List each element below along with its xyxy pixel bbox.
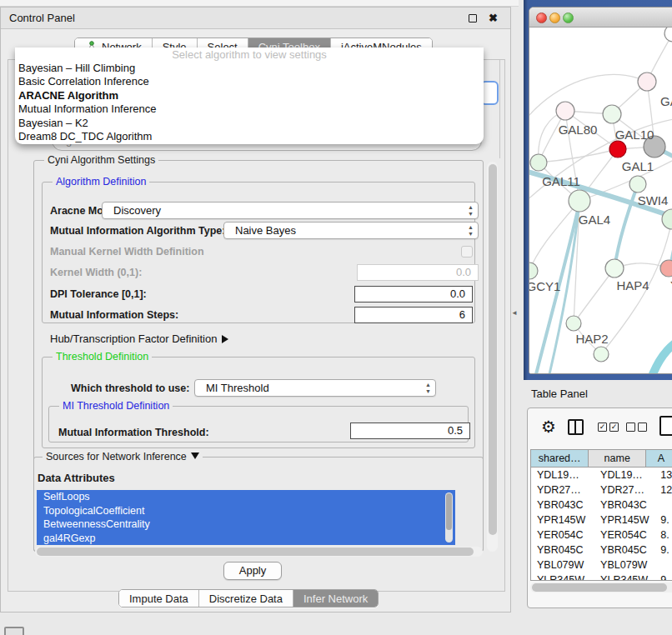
mi-algorithm-type-label: Mutual Information Algorithm Type:: [50, 225, 225, 237]
algorithm-option-bayesian-hill-climbing[interactable]: Bayesian – Hill Climbing: [18, 62, 135, 74]
kernel-width-label: Kernel Width (0,1):: [50, 267, 142, 278]
algorithm-option-mutual-information[interactable]: Mutual Information Inference: [18, 102, 156, 115]
dpi-tolerance-field[interactable]: 0.0: [354, 286, 473, 302]
which-threshold-combobox[interactable]: MI Threshold ▲▼: [194, 379, 436, 397]
tab-discretize-data[interactable]: Discretize Data: [199, 590, 293, 607]
tab-infer-network[interactable]: Infer Network: [293, 590, 378, 607]
table-row[interactable]: YLR345WYLR345W9.: [531, 572, 672, 581]
algorithm-dropdown-popup: Select algorithm to view settings Bayesi…: [15, 48, 484, 144]
minimized-panel-icon[interactable]: [4, 627, 24, 635]
mi-steps-field[interactable]: 6: [354, 307, 473, 323]
node-label-gal1[interactable]: GAL1: [622, 159, 654, 173]
apply-button[interactable]: Apply: [223, 562, 282, 580]
node-label-gal10[interactable]: GAL10: [615, 128, 654, 142]
float-window-icon[interactable]: [469, 14, 477, 22]
cyni-bottom-tabs: Impute Data Discretize Data Infer Networ…: [118, 589, 379, 608]
table-row[interactable]: YBR045CYBR045C9.: [531, 542, 672, 558]
tab-impute-data[interactable]: Impute Data: [119, 590, 199, 607]
table-panel: ⚙ ✓✓ shared… name A YDL19…YDL19…13 YDR27…: [527, 408, 672, 608]
network-canvas[interactable]: GAL80 GAL10 GAL1 GAL11 SWI4 GAL4 GCY1 HA…: [529, 28, 672, 374]
node-label-hap4[interactable]: HAP4: [616, 278, 649, 292]
new-table-icon[interactable]: [659, 416, 672, 436]
node-label-gal80[interactable]: GAL80: [559, 122, 598, 137]
algorithm-option-aracne[interactable]: ARACNE Algorithm: [18, 89, 118, 102]
column-header-partial[interactable]: A: [646, 450, 672, 468]
table-row[interactable]: YPR145WYPR145W9.: [531, 512, 672, 528]
mi-threshold-field[interactable]: 0.5: [350, 422, 470, 439]
sources-group-title[interactable]: Sources for Network Inference: [43, 451, 203, 462]
node-label-gcy1[interactable]: GCY1: [529, 279, 560, 293]
data-attributes-label: Data Attributes: [38, 472, 115, 484]
combo-arrows-icon: ▲▼: [468, 204, 474, 218]
mi-steps-label: Mutual Information Steps:: [50, 309, 178, 321]
application-root: Control Panel ✖ Network Style Select Cyn…: [0, 0, 672, 635]
horizontal-scrollbar-thumb[interactable]: [37, 548, 474, 556]
mac-zoom-button[interactable]: [563, 12, 574, 23]
collapsed-arrow-icon: [222, 335, 228, 343]
aracne-mode-value: Discovery: [113, 204, 161, 217]
algorithm-option-dream8[interactable]: Dream8 DC_TDC Algorithm: [18, 130, 152, 142]
manual-kernel-width-label: Manual Kernel Width Definition: [50, 246, 204, 258]
manual-kernel-width-checkbox[interactable]: [461, 246, 473, 258]
hub-definition-toggle[interactable]: Hub/Transcription Factor Definition: [50, 332, 228, 345]
table-row[interactable]: YBL079WYBL079W: [531, 558, 672, 572]
algorithm-popup-hint: Select algorithm to view settings: [15, 48, 484, 61]
algorithm-option-bayesian-k2[interactable]: Bayesian – K2: [18, 117, 88, 129]
table-horizontal-scrollbar[interactable]: [530, 582, 672, 592]
select-all-checkboxes-icon[interactable]: ✓✓: [598, 422, 619, 432]
threshold-definition-title: Threshold Definition: [53, 351, 152, 362]
which-threshold-label: Which threshold to use:: [71, 382, 189, 394]
close-panel-icon[interactable]: ✖: [489, 12, 498, 24]
which-threshold-value: MI Threshold: [206, 382, 269, 394]
mac-minimize-button[interactable]: [549, 12, 560, 23]
table-row[interactable]: YER054CYER054C8.: [531, 528, 672, 542]
node-label-hap2[interactable]: HAP2: [575, 332, 608, 346]
table-scrollbar-thumb[interactable]: [532, 583, 667, 592]
table-panel-title: Table Panel: [531, 388, 588, 400]
control-panel-titlebar: Control Panel ✖: [1, 8, 510, 29]
cyni-algorithm-settings-title: Cyni Algorithm Settings: [44, 154, 158, 166]
hub-definition-label: Hub/Transcription Factor Definition: [50, 332, 217, 345]
table-row[interactable]: YDL19…YDL19…13: [531, 468, 672, 482]
vertical-scrollbar-thumb[interactable]: [489, 164, 497, 535]
list-item-topologicalcoefficient[interactable]: TopologicalCoefficient: [37, 504, 455, 518]
gear-icon[interactable]: ⚙: [541, 417, 556, 437]
aracne-mode-combobox[interactable]: Discovery ▲▼: [102, 202, 479, 219]
settings-vertical-scrollbar[interactable]: [487, 162, 498, 552]
network-view-window: GAL80 GAL10 GAL1 GAL11 SWI4 GAL4 GCY1 HA…: [529, 7, 672, 374]
control-panel-title: Control Panel: [9, 8, 75, 29]
top-strip: [0, 0, 519, 7]
table-row[interactable]: YDR27…YDR27…12: [531, 482, 672, 498]
table-toolbar: ⚙ ✓✓: [528, 408, 672, 447]
combo-arrows-icon: ▲▼: [425, 382, 431, 395]
deselect-all-checkboxes-icon[interactable]: [626, 422, 647, 432]
node-table: shared… name A YDL19…YDL19…13 YDR27…YDR2…: [530, 449, 672, 581]
groupbox-border-fragment: [499, 60, 500, 158]
node-label-gal11[interactable]: GAL11: [542, 174, 580, 188]
mi-algorithm-type-combobox[interactable]: Naive Bayes ▲▼: [223, 222, 479, 239]
column-header-shared-name[interactable]: shared…: [531, 450, 589, 468]
list-item-betweennesscentrality[interactable]: BetweennessCentrality: [37, 518, 455, 532]
combo-arrows-icon: ▲▼: [468, 224, 474, 238]
mi-threshold-label: Mutual Information Threshold:: [58, 427, 209, 438]
mac-close-button[interactable]: [536, 12, 547, 23]
expanded-arrow-icon: [191, 452, 199, 459]
data-attributes-list: SelfLoops TopologicalCoefficient Between…: [37, 490, 455, 545]
split-columns-icon[interactable]: [568, 419, 584, 435]
algorithm-option-basic-correlation[interactable]: Basic Correlation Inference: [18, 75, 149, 88]
list-item-gal4rgexp[interactable]: gal4RGexp: [37, 532, 455, 546]
list-item-selfloops[interactable]: SelfLoops: [37, 490, 455, 504]
table-row[interactable]: YBR043CYBR043C: [531, 498, 672, 512]
mi-threshold-definition-title: MI Threshold Definition: [59, 400, 173, 412]
panel-divider-collapse-icon[interactable]: ◄: [511, 309, 518, 317]
kernel-width-field[interactable]: 0.0: [357, 264, 479, 281]
settings-horizontal-scrollbar[interactable]: [35, 547, 483, 557]
algorithm-definition-title: Algorithm Definition: [53, 176, 149, 188]
network-window-titlebar: [529, 8, 672, 28]
list-scrollbar-thumb[interactable]: [446, 493, 452, 530]
list-scrollbar[interactable]: [445, 492, 453, 542]
node-label-swi4[interactable]: SWI4: [638, 193, 669, 208]
column-header-name[interactable]: name: [589, 450, 646, 468]
node-label-gal4[interactable]: GAL4: [579, 212, 610, 227]
node-label-gal-partial[interactable]: GAL: [660, 94, 672, 108]
